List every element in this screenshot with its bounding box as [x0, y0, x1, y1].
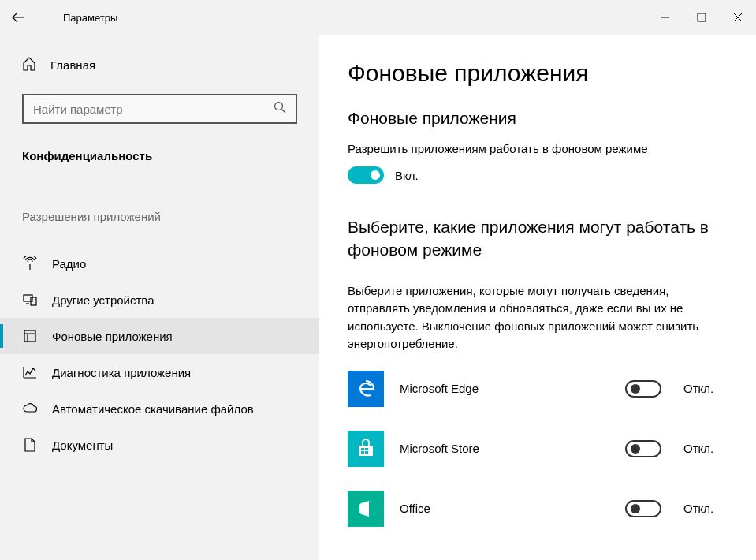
app-name: Microsoft Edge	[400, 382, 625, 395]
maximize-icon	[697, 13, 706, 22]
diagnostics-icon	[22, 365, 38, 379]
arrow-left-icon	[12, 11, 24, 24]
svg-rect-5	[359, 446, 373, 456]
sidebar-item-label: Радио	[52, 257, 86, 271]
choose-body-text: Выберите приложения, которые могут получ…	[348, 282, 728, 353]
svg-rect-8	[361, 451, 364, 454]
app-row-store: Microsoft Store Откл.	[348, 431, 728, 467]
sidebar-item-auto-downloads[interactable]: Автоматическое скачивание файлов	[0, 390, 319, 427]
window-controls	[647, 0, 756, 35]
radio-icon	[22, 256, 38, 271]
app-toggle-edge[interactable]	[625, 380, 661, 398]
app-toggle-store[interactable]	[625, 440, 661, 457]
sidebar-item-label: Другие устройства	[52, 293, 154, 307]
svg-rect-9	[365, 451, 368, 454]
sidebar-category: Конфиденциальность	[0, 141, 319, 170]
sidebar-item-label: Документы	[52, 439, 113, 452]
edge-icon	[348, 371, 384, 407]
back-button[interactable]	[0, 0, 36, 35]
svg-point-1	[275, 103, 283, 110]
app-toggle-label: Откл.	[683, 502, 713, 515]
store-icon	[348, 431, 384, 467]
sidebar-section-title: Разрешения приложений	[0, 202, 319, 231]
page-title: Фоновые приложения	[348, 60, 728, 87]
minimize-icon	[661, 13, 670, 22]
maximize-button[interactable]	[683, 0, 720, 35]
sidebar-item-radio[interactable]: Радио	[0, 245, 319, 282]
app-toggle-office[interactable]	[625, 500, 661, 517]
sidebar-item-documents[interactable]: Документы	[0, 427, 319, 463]
background-apps-icon	[22, 329, 38, 343]
app-row-edge: Microsoft Edge Откл.	[348, 371, 728, 407]
svg-rect-4	[24, 330, 35, 342]
search-box[interactable]	[22, 94, 297, 124]
office-icon	[348, 491, 384, 527]
master-toggle-label: Вкл.	[395, 169, 419, 182]
toggle-knob	[631, 504, 640, 513]
sidebar-item-app-diagnostics[interactable]: Диагностика приложения	[0, 354, 319, 390]
close-button[interactable]	[720, 0, 756, 35]
minimize-button[interactable]	[647, 0, 683, 35]
section-heading-background: Фоновые приложения	[348, 109, 728, 128]
home-icon	[22, 57, 36, 73]
svg-rect-6	[361, 448, 364, 450]
sidebar-home[interactable]: Главная	[0, 49, 319, 81]
svg-rect-7	[365, 448, 368, 450]
allow-background-text: Разрешить приложениям работать в фоновом…	[348, 142, 728, 155]
close-icon	[733, 13, 743, 22]
master-toggle-row: Вкл.	[348, 166, 728, 184]
app-row-office: Office Откл.	[348, 491, 728, 527]
toggle-knob	[371, 170, 380, 180]
search-icon	[274, 101, 286, 117]
documents-icon	[22, 438, 38, 452]
section-heading-choose: Выберите, какие приложения могут работат…	[348, 215, 728, 262]
window-title: Параметры	[63, 12, 117, 24]
main-content: Фоновые приложения Фоновые приложения Ра…	[319, 35, 756, 560]
app-name: Office	[400, 502, 625, 515]
master-toggle[interactable]	[348, 166, 384, 184]
titlebar: Параметры	[0, 0, 756, 35]
search-input[interactable]	[33, 103, 274, 116]
app-toggle-label: Откл.	[683, 442, 713, 455]
toggle-knob	[631, 384, 640, 394]
app-toggle-label: Откл.	[683, 382, 713, 395]
sidebar-item-background-apps[interactable]: Фоновые приложения	[0, 318, 319, 354]
cloud-download-icon	[22, 401, 38, 416]
svg-rect-0	[698, 13, 706, 21]
devices-icon	[22, 293, 38, 307]
sidebar-item-label: Диагностика приложения	[52, 366, 191, 379]
app-name: Microsoft Store	[400, 442, 625, 455]
toggle-knob	[631, 444, 640, 454]
sidebar: Главная Конфиденциальность Разрешения пр…	[0, 35, 319, 560]
sidebar-item-other-devices[interactable]: Другие устройства	[0, 282, 319, 318]
sidebar-home-label: Главная	[50, 58, 95, 72]
sidebar-item-label: Автоматическое скачивание файлов	[52, 402, 254, 416]
sidebar-item-label: Фоновые приложения	[52, 330, 173, 343]
